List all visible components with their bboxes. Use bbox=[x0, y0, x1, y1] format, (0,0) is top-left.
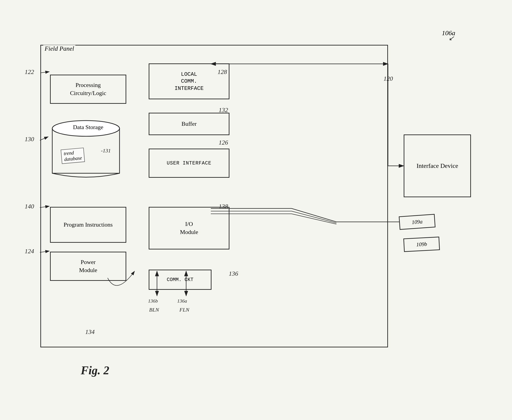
field-panel: Field Panel ProcessingCircuitry/Logic Da… bbox=[40, 45, 388, 347]
io-module-box: I/OModule bbox=[149, 207, 229, 249]
local-comm-label: LOCALCOMM.INTERFACE bbox=[175, 71, 204, 92]
svg-text:122: 122 bbox=[25, 68, 34, 75]
processing-box: ProcessingCircuitry/Logic bbox=[50, 75, 126, 104]
comm-ckt-label: COMM. CKT bbox=[167, 277, 193, 283]
power-module-label: PowerModule bbox=[79, 258, 97, 275]
io-module-label: I/OModule bbox=[180, 220, 198, 236]
processing-label: ProcessingCircuitry/Logic bbox=[70, 81, 106, 98]
user-interface-box: USER INTERFACE bbox=[149, 149, 229, 178]
power-module-box: PowerModule bbox=[50, 252, 126, 281]
svg-text:Fig. 2: Fig. 2 bbox=[81, 364, 109, 377]
buffer-label: Buffer bbox=[181, 120, 197, 127]
local-comm-box: LOCALCOMM.INTERFACE bbox=[149, 63, 229, 99]
svg-text:140: 140 bbox=[25, 203, 34, 210]
buffer-box: Buffer bbox=[149, 113, 229, 135]
ref-106a: 106a bbox=[442, 29, 455, 37]
node-109b: 109b bbox=[404, 237, 440, 252]
interface-device-label: Interface Device bbox=[416, 161, 458, 170]
trend-db-label: trenddatabase bbox=[61, 148, 85, 164]
node-109a: 109a bbox=[399, 214, 436, 230]
data-storage-label: Data Storage bbox=[57, 124, 120, 131]
user-interface-label: USER INTERFACE bbox=[167, 160, 212, 166]
program-instructions-label: Program Instructions bbox=[64, 221, 113, 229]
program-instructions-box: Program Instructions bbox=[50, 207, 126, 243]
comm-ckt-box: COMM. CKT bbox=[149, 270, 212, 290]
diagram-container: 106a Field Panel ProcessingCircuitry/Log… bbox=[23, 27, 482, 397]
svg-text:130: 130 bbox=[25, 135, 34, 142]
field-panel-label: Field Panel bbox=[43, 45, 75, 52]
interface-device-box: Interface Device bbox=[404, 135, 471, 197]
svg-text:124: 124 bbox=[25, 248, 34, 255]
data-storage-area: Data Storage trenddatabase bbox=[48, 120, 129, 182]
